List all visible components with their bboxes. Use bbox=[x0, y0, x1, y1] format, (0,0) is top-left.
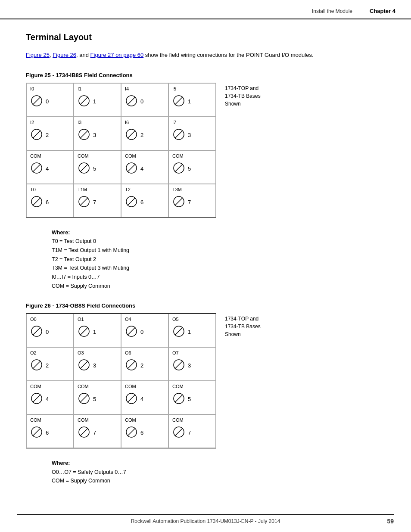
cell-row: 4 bbox=[30, 392, 70, 406]
terminal-icon bbox=[125, 162, 138, 176]
terminal-icon bbox=[172, 195, 185, 209]
svg-line-31 bbox=[175, 198, 183, 205]
cell-row: 7 bbox=[172, 195, 212, 209]
terminal-icon bbox=[125, 426, 138, 440]
svg-line-47 bbox=[175, 361, 183, 369]
cell-label: COM bbox=[125, 384, 165, 389]
terminal-icon bbox=[30, 325, 43, 339]
cell-number: 7 bbox=[188, 429, 191, 436]
terminal-icon bbox=[78, 162, 90, 176]
svg-line-19 bbox=[80, 164, 88, 172]
svg-line-57 bbox=[33, 428, 40, 436]
terminal-icon bbox=[30, 195, 43, 209]
cell-label: COM bbox=[30, 417, 70, 423]
terminal-icon bbox=[78, 94, 90, 109]
cell-label: I6 bbox=[125, 120, 165, 125]
svg-line-63 bbox=[175, 428, 183, 436]
svg-line-27 bbox=[80, 198, 88, 205]
terminal-cell: O7 3 bbox=[168, 347, 216, 381]
terminal-grid-25: I0 0I1 1I4 0I5 1I2 2I3 3I6 2I7 3COM 4C bbox=[26, 83, 216, 218]
terminal-icon bbox=[172, 128, 185, 142]
cell-row: 7 bbox=[172, 426, 212, 440]
cell-number: 0 bbox=[46, 329, 49, 335]
cell-row: 2 bbox=[30, 128, 70, 142]
svg-line-53 bbox=[128, 395, 135, 402]
cell-number: 7 bbox=[93, 429, 96, 436]
cell-row: 2 bbox=[30, 358, 70, 373]
terminal-cell: O1 1 bbox=[74, 314, 121, 347]
cell-label: I4 bbox=[125, 86, 165, 92]
terminal-cell: COM 5 bbox=[74, 381, 121, 414]
cell-label: COM bbox=[172, 384, 212, 389]
cell-row: 6 bbox=[30, 426, 70, 440]
figure26-where: Where: O0…O7 = Safety Outputs 0…7COM = S… bbox=[26, 459, 385, 485]
svg-line-49 bbox=[33, 395, 40, 402]
terminal-icon bbox=[172, 358, 185, 373]
cell-row: 0 bbox=[125, 325, 165, 339]
cell-number: 6 bbox=[46, 429, 49, 436]
terminal-icon bbox=[172, 162, 185, 176]
terminal-icon bbox=[30, 162, 43, 176]
cell-number: 0 bbox=[140, 329, 143, 335]
cell-row: 2 bbox=[125, 128, 165, 142]
cell-row: 1 bbox=[78, 325, 117, 339]
cell-number: 3 bbox=[93, 132, 96, 138]
terminal-cell: T1M 7 bbox=[74, 184, 121, 218]
figure26-link[interactable]: Figure 26 bbox=[53, 52, 76, 58]
cell-number: 3 bbox=[188, 132, 191, 138]
cell-label: COM bbox=[125, 417, 165, 423]
svg-line-45 bbox=[128, 361, 135, 369]
where-line: COM = Supply Common bbox=[52, 478, 110, 484]
cell-label: T1M bbox=[78, 187, 117, 193]
cell-label: I2 bbox=[30, 120, 70, 125]
figure25-grid: I0 0I1 1I4 0I5 1I2 2I3 3I6 2I7 3COM 4C bbox=[26, 83, 216, 218]
terminal-cell: I5 1 bbox=[168, 83, 216, 117]
figure25-label: Figure 25 - 1734-IB8S Field Connections bbox=[26, 72, 385, 78]
terminal-cell: I2 2 bbox=[26, 117, 74, 150]
cell-row: 3 bbox=[78, 358, 117, 373]
cell-row: 4 bbox=[125, 162, 165, 176]
terminal-cell: COM 6 bbox=[26, 414, 74, 448]
cell-number: 4 bbox=[140, 165, 143, 172]
terminal-icon bbox=[30, 426, 43, 440]
figure25-container: I0 0I1 1I4 0I5 1I2 2I3 3I6 2I7 3COM 4C bbox=[26, 83, 385, 218]
where-line: COM = Supply Common bbox=[52, 283, 110, 289]
svg-line-11 bbox=[80, 131, 88, 138]
terminal-icon bbox=[125, 128, 138, 142]
terminal-cell: O5 1 bbox=[168, 314, 216, 347]
cell-label: COM bbox=[172, 417, 212, 423]
figure27-link[interactable]: Figure 27 on page 60 bbox=[90, 52, 144, 58]
intro-text: Figure 25, Figure 26, and Figure 27 on p… bbox=[26, 51, 319, 60]
figure25-link[interactable]: Figure 25 bbox=[26, 52, 50, 58]
cell-number: 1 bbox=[188, 98, 191, 105]
cell-number: 1 bbox=[93, 329, 96, 335]
cell-label: O5 bbox=[172, 317, 212, 322]
terminal-grid-26: O0 0O1 1O4 0O5 1O2 2O3 3O6 2O7 3COM 4C bbox=[26, 313, 216, 448]
terminal-cell: O4 0 bbox=[121, 314, 168, 347]
svg-line-25 bbox=[33, 198, 40, 205]
cell-number: 0 bbox=[140, 98, 143, 105]
cell-label: T2 bbox=[125, 187, 165, 193]
cell-label: O1 bbox=[78, 317, 117, 322]
cell-row: 4 bbox=[30, 162, 70, 176]
where-line: I0…I7 = Inputs 0…7 bbox=[52, 274, 100, 280]
terminal-cell: COM 4 bbox=[26, 381, 74, 414]
svg-line-51 bbox=[80, 395, 88, 402]
cell-label: I7 bbox=[172, 120, 212, 125]
cell-row: 6 bbox=[125, 426, 165, 440]
cell-label: O3 bbox=[78, 350, 117, 356]
and-text: , and bbox=[76, 52, 90, 58]
svg-line-1 bbox=[33, 97, 40, 105]
terminal-cell: O0 0 bbox=[26, 314, 74, 347]
cell-number: 1 bbox=[188, 329, 191, 335]
figure25-note: 1734-TOP and 1734-TB Bases Shown bbox=[225, 83, 277, 108]
svg-line-39 bbox=[175, 327, 183, 335]
cell-number: 1 bbox=[93, 98, 96, 105]
terminal-icon bbox=[78, 195, 90, 209]
terminal-cell: I0 0 bbox=[26, 83, 74, 117]
cell-label: T0 bbox=[30, 187, 70, 193]
cell-label: COM bbox=[78, 384, 117, 389]
cell-label: COM bbox=[125, 153, 165, 159]
figure26-grid: O0 0O1 1O4 0O5 1O2 2O3 3O6 2O7 3COM 4C bbox=[26, 313, 216, 448]
svg-line-17 bbox=[33, 164, 40, 172]
